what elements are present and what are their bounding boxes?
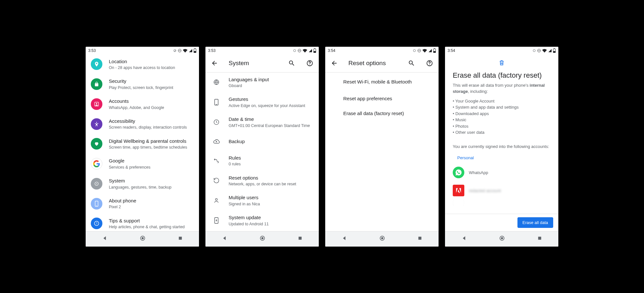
nav-bar [86, 231, 199, 247]
item-languages[interactable]: Languages & inputGboard [205, 73, 319, 93]
account-adobe[interactable]: redacted account [453, 181, 551, 200]
account-label-redacted: redacted account [469, 188, 501, 193]
item-security[interactable]: Security Play Protect, screen lock, fing… [86, 74, 199, 94]
nav-back[interactable] [461, 235, 467, 242]
item-wellbeing[interactable]: Digital Wellbeing & parental controls Sc… [86, 134, 199, 154]
item-title: Location [109, 58, 194, 65]
item-title: System [109, 178, 194, 184]
svg-point-9 [96, 122, 97, 123]
item-title: Accounts [109, 98, 194, 104]
item-accessibility[interactable]: Accessibility Screen readers, display, i… [86, 114, 199, 134]
bullet: Other user data [453, 129, 551, 136]
svg-point-36 [413, 49, 416, 52]
erase-bullet-list: Your Google Account System and app data … [453, 98, 551, 136]
status-bar: 3:54 [445, 47, 558, 54]
item-title: System update [229, 214, 314, 221]
help-button[interactable] [423, 57, 436, 70]
item-title: Reset app preferences [343, 95, 433, 102]
accounts-intro: You are currently signed into the follow… [453, 143, 551, 150]
help-icon: ? [91, 218, 102, 229]
item-update[interactable]: System updateUpdated to Android 11 [205, 210, 319, 230]
item-system[interactable]: System Languages, gestures, time, backup [86, 174, 199, 194]
phone-icon [91, 198, 102, 210]
item-subtitle: 0 rules [229, 161, 314, 167]
nav-home[interactable] [139, 235, 146, 243]
svg-rect-24 [314, 51, 316, 53]
item-users[interactable]: Multiple usersSigned in as Nica [205, 190, 319, 210]
system-list: Languages & inputGboard GesturesActive E… [205, 73, 319, 231]
google-icon [91, 158, 102, 170]
item-subtitle: On - 28 apps have access to location [109, 65, 194, 70]
screen-system: 3:53 System Languages [205, 47, 319, 247]
svg-point-43 [429, 64, 430, 65]
page-title: Reset options [346, 60, 400, 67]
svg-rect-28 [215, 99, 218, 105]
search-button[interactable] [285, 57, 298, 70]
svg-point-47 [533, 49, 535, 52]
status-icons [173, 48, 196, 53]
item-reset-apps[interactable]: Reset app preferences [325, 91, 439, 106]
status-icons [293, 48, 316, 53]
nav-recent[interactable] [298, 236, 303, 242]
item-location[interactable]: Location On - 28 apps have access to loc… [86, 54, 199, 74]
item-gestures[interactable]: GesturesActive Edge on, squeeze for your… [205, 92, 319, 112]
nav-back[interactable] [341, 235, 347, 242]
status-bar: 3:53 [205, 47, 319, 54]
nav-recent[interactable] [417, 236, 422, 242]
wellbeing-icon [91, 138, 102, 150]
gestures-icon [213, 98, 220, 106]
nav-back[interactable] [102, 235, 108, 242]
item-google[interactable]: Google Services & preferences [86, 154, 199, 174]
security-icon [91, 78, 102, 90]
page-title: System [226, 60, 280, 67]
item-about[interactable]: About phone Pixel 2 [86, 194, 199, 214]
nav-recent[interactable] [178, 236, 183, 242]
account-partial [453, 200, 551, 206]
item-title: Erase all data (factory reset) [343, 110, 433, 117]
back-button[interactable] [208, 57, 221, 70]
svg-point-19 [294, 49, 296, 52]
back-button[interactable] [328, 57, 341, 70]
nav-bar [445, 231, 558, 247]
svg-rect-40 [434, 48, 435, 49]
item-backup[interactable]: Backup [205, 132, 319, 151]
reset-icon [213, 177, 220, 184]
item-tips[interactable]: ? Tips & support Help articles, phone & … [86, 214, 199, 231]
nav-bar [325, 231, 439, 247]
trash-icon [453, 60, 551, 67]
item-title: Reset options [229, 175, 314, 181]
nav-recent[interactable] [537, 236, 542, 242]
status-icons [412, 48, 436, 53]
item-subtitle: Gboard [229, 83, 314, 88]
item-erase-all[interactable]: Erase all data (factory reset) [325, 106, 439, 121]
item-reset-network[interactable]: Reset Wi-Fi, mobile & Bluetooth [325, 73, 439, 91]
svg-rect-6 [194, 51, 196, 53]
status-bar: 3:54 [325, 47, 439, 54]
bullet: Downloaded apps [453, 111, 551, 117]
search-button[interactable] [405, 57, 418, 70]
screen-reset-options: 3:54 Reset options Reset Wi-Fi, [325, 47, 439, 247]
item-subtitle: Screen readers, display, interaction con… [109, 125, 194, 130]
item-subtitle: Screen time, app timers, bedtime schedul… [109, 145, 194, 150]
svg-point-0 [174, 49, 176, 52]
bullet: System and app data and settings [453, 104, 551, 111]
item-datetime[interactable]: Date & timeGMT+01:00 Central European St… [205, 112, 319, 132]
item-accounts[interactable]: Accounts WhatsApp, Adobe, and Google [86, 94, 199, 114]
whatsapp-icon [453, 167, 464, 178]
help-button[interactable] [303, 57, 316, 70]
svg-rect-23 [314, 48, 315, 49]
nav-home[interactable] [499, 235, 505, 243]
erase-all-button[interactable]: Erase all data [517, 217, 554, 228]
nav-back[interactable] [222, 235, 227, 242]
svg-point-31 [215, 199, 217, 200]
item-rules[interactable]: Rules0 rules [205, 151, 319, 171]
svg-point-17 [142, 237, 144, 239]
rules-icon [213, 157, 220, 165]
nav-home[interactable] [379, 235, 385, 243]
adobe-icon [453, 185, 464, 196]
item-reset[interactable]: Reset optionsNetwork, apps, or device ca… [205, 171, 319, 191]
account-whatsapp[interactable]: WhatsApp [453, 163, 551, 181]
svg-rect-51 [554, 48, 555, 49]
nav-home[interactable] [259, 235, 266, 243]
status-time: 3:54 [328, 48, 335, 53]
